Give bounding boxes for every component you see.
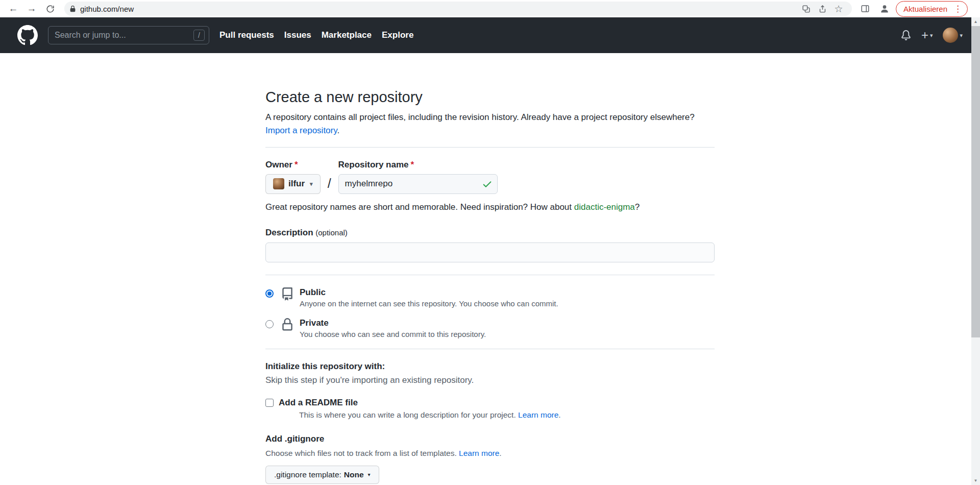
scroll-down-arrow[interactable]: ▼ [971, 476, 980, 485]
description-optional: (optional) [315, 228, 348, 237]
private-radio[interactable] [265, 320, 274, 328]
secure-lock-icon[interactable] [69, 6, 76, 12]
readme-learn-more-link[interactable]: Learn more [518, 410, 558, 419]
browser-actions: Aktualisieren ⋮ [857, 1, 968, 17]
public-option-text: Public Anyone on the internet can see th… [300, 287, 558, 308]
description-label: Description (optional) [265, 228, 715, 238]
chevron-down-icon: ▾ [368, 472, 371, 477]
suggested-name-link[interactable]: didactic-enigma [574, 202, 635, 212]
visibility-option-private: Private You choose who can see and commi… [265, 318, 715, 338]
page-title: Create a new repository [265, 89, 715, 106]
readme-option: Add a README file [265, 398, 715, 408]
translate-icon[interactable] [798, 5, 814, 13]
repo-book-icon [281, 287, 294, 303]
intro-sentence: A repository contains all project files,… [265, 112, 695, 122]
nav-explore[interactable]: Explore [382, 30, 413, 40]
name-suggestion-hint: Great repository names are short and mem… [265, 202, 715, 212]
public-label[interactable]: Public [300, 287, 558, 298]
chevron-down-icon: ▾ [310, 181, 313, 187]
gitignore-button-label: .gitignore template: [274, 470, 341, 479]
divider [265, 147, 715, 148]
public-description: Anyone on the internet can see this repo… [300, 299, 558, 308]
init-section-title: Initialize this repository with: [265, 361, 715, 372]
gitignore-note: Choose which files not to track from a l… [265, 449, 715, 458]
owner-repo-row: Owner* ilfur ▾ / Repository name* [265, 160, 715, 194]
create-new-button[interactable]: + ▾ [921, 30, 933, 40]
private-label[interactable]: Private [300, 318, 486, 328]
refresh-button[interactable] [41, 1, 59, 16]
github-header-actions: + ▾ ▾ [901, 28, 963, 43]
forward-button[interactable]: → [22, 1, 41, 16]
update-button[interactable]: Aktualisieren ⋮ [896, 1, 968, 17]
divider [265, 349, 715, 349]
readme-label[interactable]: Add a README file [279, 398, 358, 408]
owner-select-button[interactable]: ilfur ▾ [265, 174, 321, 194]
gitignore-section-title: Add .gitignore [265, 434, 715, 444]
gitignore-button-value: None [344, 470, 364, 479]
nav-issues[interactable]: Issues [284, 30, 311, 40]
notifications-bell-icon[interactable] [901, 30, 911, 40]
refresh-icon [46, 5, 55, 13]
repo-name-label: Repository name* [338, 160, 498, 170]
chevron-down-icon: ▾ [930, 32, 933, 39]
name-valid-check-icon [482, 179, 493, 191]
address-bar[interactable]: github.com/new ☆ [64, 2, 852, 16]
chevron-down-icon: ▾ [960, 32, 963, 39]
owner-repo-separator: / [321, 176, 338, 194]
readme-checkbox[interactable] [265, 399, 274, 407]
public-radio[interactable] [265, 289, 274, 298]
browser-toolbar: ← → github.com/new ☆ [0, 0, 980, 17]
browser-menu-icon[interactable]: ⋮ [951, 4, 964, 14]
divider [265, 275, 715, 275]
page-scrollbar[interactable]: ▲ ▼ [971, 17, 980, 485]
lock-icon [281, 318, 294, 333]
required-asterisk: * [295, 160, 298, 169]
search-shortcut-hint: / [193, 30, 205, 41]
scrollbar-thumb[interactable] [971, 26, 980, 337]
gitignore-template-button[interactable]: .gitignore template: None ▾ [265, 466, 379, 484]
back-button[interactable]: ← [4, 1, 22, 16]
github-logo-icon[interactable] [17, 25, 38, 45]
intro-text: A repository contains all project files,… [265, 111, 715, 138]
bookmark-star-icon[interactable]: ☆ [830, 3, 847, 15]
user-menu-button[interactable]: ▾ [943, 28, 963, 43]
private-option-text: Private You choose who can see and commi… [300, 318, 486, 338]
required-asterisk: * [411, 160, 414, 169]
github-header: / Pull requests Issues Marketplace Explo… [0, 17, 980, 53]
github-nav: Pull requests Issues Marketplace Explore [219, 30, 413, 40]
private-description: You choose who can see and commit to thi… [300, 330, 486, 338]
scroll-up-arrow[interactable]: ▲ [971, 17, 980, 26]
repository-name-input[interactable] [338, 174, 498, 194]
update-label: Aktualisieren [903, 5, 947, 13]
intro-period: . [337, 126, 339, 135]
owner-field: Owner* ilfur ▾ [265, 160, 321, 194]
owner-avatar [273, 178, 284, 189]
plus-icon: + [921, 30, 928, 40]
new-repo-form: Create a new repository A repository con… [265, 53, 715, 484]
github-search-box[interactable]: / [48, 26, 209, 44]
side-panel-icon[interactable] [857, 4, 873, 13]
browser-profile-icon[interactable] [876, 4, 893, 14]
nav-pull-requests[interactable]: Pull requests [219, 30, 274, 40]
import-repository-link[interactable]: Import a repository [265, 126, 337, 135]
gitignore-learn-more-link[interactable]: Learn more [459, 449, 499, 457]
visibility-option-public: Public Anyone on the internet can see th… [265, 287, 715, 308]
repo-name-field: Repository name* [338, 160, 498, 194]
owner-name: ilfur [288, 179, 305, 189]
search-input[interactable] [55, 31, 193, 40]
url-text: github.com/new [80, 5, 134, 13]
description-input[interactable] [265, 243, 715, 262]
init-section-subtitle: Skip this step if you're importing an ex… [265, 375, 715, 385]
readme-note: This is where you can write a long descr… [299, 410, 715, 420]
share-icon[interactable] [814, 5, 830, 13]
owner-label: Owner* [265, 160, 321, 170]
nav-marketplace[interactable]: Marketplace [322, 30, 372, 40]
user-avatar [943, 28, 958, 43]
page-body: Create a new repository A repository con… [0, 53, 980, 485]
